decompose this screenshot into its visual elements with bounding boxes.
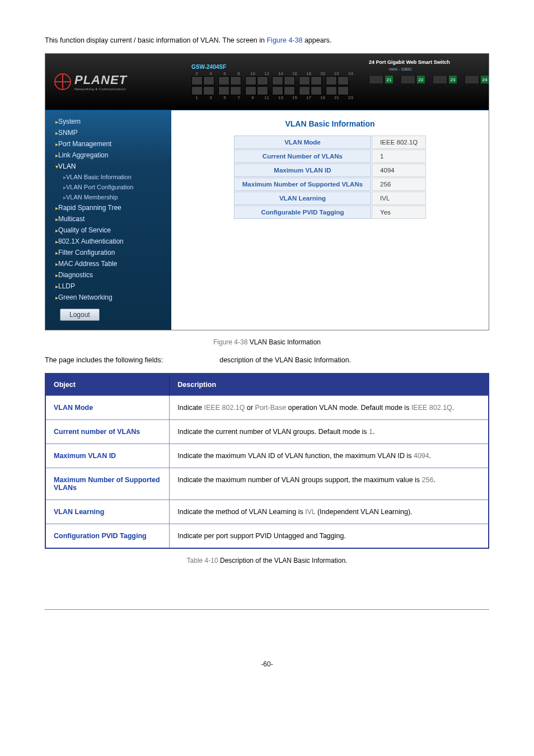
switch-port: [230, 76, 241, 85]
intro-paragraph: This function display current / basic in…: [45, 35, 489, 46]
switch-port: [230, 86, 241, 95]
figure-caption: Figure 4-38 VLAN Basic Information: [45, 338, 489, 346]
switch-port: [257, 76, 268, 85]
info-key: Configurable PVID Tagging: [234, 206, 371, 219]
field-description: Indicate the method of VLAN Learning is …: [170, 500, 489, 524]
sidebar-item-quality-of-service[interactable]: Quality of Service: [45, 225, 171, 236]
sidebar-item-vlan-port-configuration[interactable]: VLAN Port Configuration: [45, 182, 171, 192]
logout-button[interactable]: Logout: [60, 309, 100, 321]
page-number: -60-: [45, 660, 489, 668]
sidebar-item-vlan[interactable]: VLAN: [45, 161, 171, 172]
table-caption: Table 4-10 Description of the VLAN Basic…: [45, 557, 489, 564]
sidebar-item-rapid-spanning-tree[interactable]: Rapid Spanning Tree: [45, 202, 171, 213]
field-label: Current number of VLANs: [45, 420, 170, 444]
figure-ref-link: Figure 4-38: [266, 36, 302, 44]
switch-port: [284, 76, 295, 85]
field-description: Indicate IEEE 802.1Q or Port-Base operat…: [170, 396, 489, 420]
info-value: 1: [372, 150, 426, 163]
info-value: 256: [372, 178, 426, 191]
field-label: VLAN Learning: [45, 500, 170, 524]
field-label: VLAN Mode: [45, 396, 170, 420]
model-label: GSW-2404SF: [191, 64, 226, 70]
port-panel: GSW-2404SF 24681012141618202224 13579111…: [180, 54, 369, 110]
device-header: PLANET Networking & Communication GSW-24…: [45, 54, 489, 110]
planet-globe-icon: [54, 73, 71, 90]
switch-port: [299, 76, 310, 85]
gbic-port-number: 21: [385, 76, 393, 83]
port-numbers-bottom: 1357911131517192123: [191, 95, 356, 100]
sidebar-item-green-networking[interactable]: Green Networking: [45, 292, 171, 303]
switch-port: [272, 76, 283, 85]
info-key: VLAN Mode: [234, 136, 371, 149]
footer-separator: [45, 609, 489, 610]
brand-area: PLANET Networking & Communication: [45, 54, 180, 110]
brand-text: PLANET Networking & Communication: [74, 73, 127, 91]
switch-port: [218, 76, 229, 85]
gbic-port: [369, 75, 383, 84]
gbic-port: [401, 75, 415, 84]
field-description: Indicate the current number of VLAN grou…: [170, 420, 489, 444]
info-key: VLAN Learning: [234, 192, 371, 205]
sidebar-nav: SystemSNMPPort ManagementLink Aggregatio…: [45, 110, 171, 330]
gbic-port-number: 22: [417, 76, 425, 83]
vlan-info-table: VLAN ModeIEEE 802.1QCurrent Number of VL…: [233, 135, 427, 220]
switch-port: [218, 86, 229, 95]
screenshot: PLANET Networking & Communication GSW-24…: [45, 53, 489, 330]
sidebar-item-vlan-membership[interactable]: VLAN Membership: [45, 192, 171, 202]
sidebar-item-lldp[interactable]: LLDP: [45, 281, 171, 292]
info-key: Maximum Number of Supported VLANs: [234, 178, 371, 191]
switch-port: [245, 76, 256, 85]
info-key: Maximum VLAN ID: [234, 164, 371, 177]
switch-port: [191, 76, 203, 85]
info-key: Current Number of VLANs: [234, 150, 371, 163]
sidebar-item-diagnostics[interactable]: Diagnostics: [45, 269, 171, 281]
col-description: Description: [170, 374, 489, 396]
sidebar-item-vlan-basic-information[interactable]: VLAN Basic Information: [45, 172, 171, 182]
field-description: Indicate per port support PVID Untagged …: [170, 524, 489, 549]
sidebar-item-802-1x-authentication[interactable]: 802.1X Authentication: [45, 236, 171, 247]
switch-port: [338, 86, 349, 95]
col-object: Object: [45, 374, 170, 396]
switch-port: [326, 86, 337, 95]
sidebar-item-port-management[interactable]: Port Management: [45, 138, 171, 150]
port-numbers-top: 24681012141618202224: [191, 71, 356, 76]
sidebar-item-mac-address-table[interactable]: MAC Address Table: [45, 258, 171, 269]
sidebar-item-system[interactable]: System: [45, 116, 171, 127]
switch-port: [245, 86, 256, 95]
switch-port: [203, 76, 214, 85]
gbic-port: [465, 75, 479, 84]
fields-intro: The page includes the following fields: …: [45, 356, 489, 364]
switch-port: [338, 76, 349, 85]
switch-port: [203, 86, 214, 95]
sidebar-item-filter-configuration[interactable]: Filter Configuration: [45, 247, 171, 258]
gbic-port: [433, 75, 447, 84]
content-pane: VLAN Basic Information VLAN ModeIEEE 802…: [171, 110, 489, 330]
info-value: IVL: [372, 192, 426, 205]
switch-port: [257, 86, 268, 95]
switch-port: [311, 86, 322, 95]
switch-port: [326, 76, 337, 85]
info-value: Yes: [372, 206, 426, 219]
switch-port: [272, 86, 283, 95]
header-right: 24 Port Gigabit Web Smart Switch mini - …: [369, 54, 489, 110]
switch-port: [191, 86, 203, 95]
sidebar-item-snmp[interactable]: SNMP: [45, 127, 171, 138]
gbic-port-number: 23: [449, 76, 457, 83]
field-description: Indicate the maximum number of VLAN grou…: [170, 468, 489, 500]
switch-port: [311, 76, 322, 85]
field-label: Maximum Number of Supported VLANs: [45, 468, 170, 500]
gbic-port-number: 24: [481, 76, 489, 83]
switch-port: [299, 86, 310, 95]
fields-description-table: Object Description VLAN ModeIndicate IEE…: [45, 373, 489, 549]
field-label: Configuration PVID Tagging: [45, 524, 170, 549]
info-value: IEEE 802.1Q: [372, 136, 426, 149]
sidebar-item-multicast[interactable]: Multicast: [45, 213, 171, 225]
panel-title: VLAN Basic Information: [171, 119, 489, 128]
info-value: 4094: [372, 164, 426, 177]
field-label: Maximum VLAN ID: [45, 444, 170, 468]
switch-port: [284, 86, 295, 95]
sidebar-item-link-aggregation[interactable]: Link Aggregation: [45, 150, 171, 161]
field-description: Indicate the maximum VLAN ID of VLAN fun…: [170, 444, 489, 468]
